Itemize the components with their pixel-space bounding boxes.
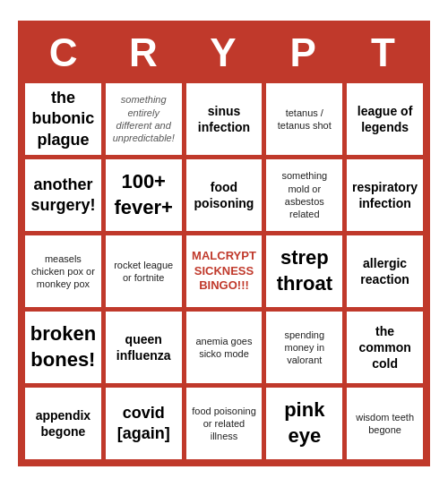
cell-22[interactable]: food poisoning or related illness (185, 387, 263, 460)
bingo-grid: the bubonic plaguesomething entirely dif… (24, 82, 424, 460)
header-r: R (104, 27, 184, 79)
bingo-card: C R Y P T the bubonic plaguesomething en… (18, 21, 430, 466)
cell-10[interactable]: measels chicken pox or monkey pox (24, 235, 102, 308)
cell-15[interactable]: broken bones! (24, 311, 102, 384)
cell-13[interactable]: strep throat (265, 235, 343, 308)
cell-2[interactable]: sinus infection (185, 82, 263, 156)
cell-9[interactable]: respiratory infection (346, 158, 424, 232)
bingo-header: C R Y P T (24, 27, 424, 79)
cell-0[interactable]: the bubonic plague (24, 82, 102, 156)
cell-3[interactable]: tetanus / tetanus shot (265, 82, 343, 156)
cell-23[interactable]: pink eye (265, 387, 343, 460)
cell-16[interactable]: queen influenza (105, 311, 183, 384)
cell-19[interactable]: the common cold (346, 311, 424, 384)
cell-21[interactable]: covid [again] (105, 387, 183, 460)
cell-18[interactable]: spending money in valorant (265, 311, 343, 384)
header-c: C (24, 27, 104, 79)
cell-8[interactable]: something mold or asbestos related (265, 158, 343, 232)
header-y: Y (184, 27, 263, 79)
cell-12[interactable]: MALCRYPT SICKNESS BINGO!!! (185, 235, 263, 308)
cell-14[interactable]: allergic reaction (346, 235, 424, 308)
header-p: P (264, 27, 344, 79)
cell-20[interactable]: appendix begone (24, 387, 102, 460)
cell-24[interactable]: wisdom teeth begone (346, 387, 424, 460)
cell-7[interactable]: food poisoning (185, 158, 263, 232)
cell-4[interactable]: league of legends (346, 82, 424, 156)
header-t: T (344, 27, 424, 79)
cell-6[interactable]: 100+ fever+ (105, 158, 183, 232)
cell-5[interactable]: another surgery! (24, 158, 102, 232)
cell-17[interactable]: anemia goes sicko mode (185, 311, 263, 384)
cell-1[interactable]: something entirely different and unpredi… (105, 82, 183, 156)
cell-11[interactable]: rocket league or fortnite (105, 235, 183, 308)
